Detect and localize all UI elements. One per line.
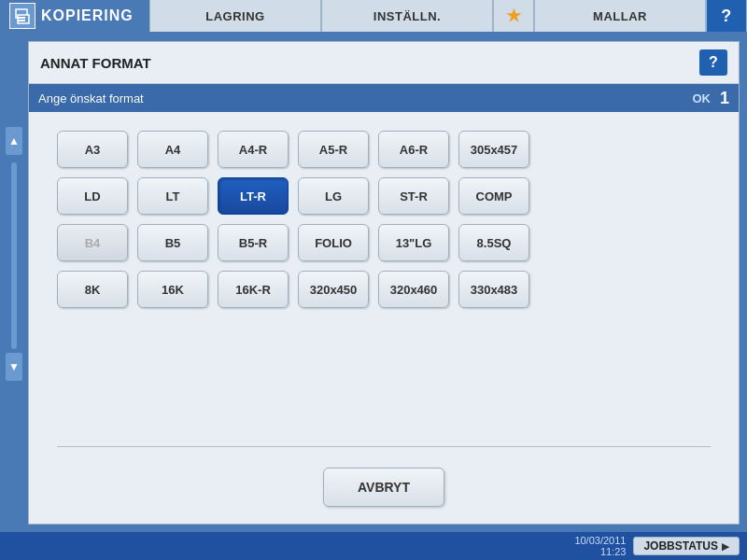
dialog-panel: ANNAT FORMAT ? Ange önskat format OK 1 A… [28, 41, 740, 525]
app-header: KOPIERING [0, 0, 149, 32]
btn-row-4: 8K 16K 16K-R 320x450 320x460 330x483 [57, 271, 711, 308]
jobbstatus-label: JOBBSTATUS [643, 539, 718, 553]
format-btn-lt[interactable]: LT [137, 177, 208, 215]
sidebar-arrow-down[interactable]: ▼ [6, 353, 22, 381]
bottom-action-area: AVBRYT [29, 455, 739, 524]
page-number: 1 [720, 89, 729, 108]
date-text: 10/03/2011 [574, 535, 626, 546]
btn-row-3: B4 B5 B5-R FOLIO 13"LG 8.5SQ [57, 224, 711, 261]
svg-rect-1 [18, 15, 29, 23]
format-btn-320x460[interactable]: 320x460 [378, 271, 449, 308]
svg-rect-2 [18, 17, 25, 19]
jobbstatus-button[interactable]: JOBBSTATUS ▶ [633, 537, 740, 555]
format-btn-b5r[interactable]: B5-R [218, 224, 289, 261]
format-btn-comp[interactable]: COMP [458, 177, 529, 215]
format-btn-a5r[interactable]: A5-R [298, 131, 369, 168]
format-btn-a3[interactable]: A3 [57, 131, 128, 168]
format-btn-lg[interactable]: LG [298, 177, 369, 215]
format-btn-ltr[interactable]: LT-R [218, 177, 289, 215]
format-btn-folio[interactable]: FOLIO [298, 224, 369, 261]
format-btn-ld[interactable]: LD [57, 177, 128, 215]
format-btn-330x483[interactable]: 330x483 [458, 271, 529, 308]
dialog-help-button[interactable]: ? [699, 49, 727, 76]
main-area: ▲ ▼ ANNAT FORMAT ? Ange önskat format OK… [0, 34, 747, 532]
format-btn-320x450[interactable]: 320x450 [298, 271, 369, 308]
format-btn-16k[interactable]: 16K [137, 271, 208, 308]
jobbstatus-arrow-icon: ▶ [722, 541, 729, 552]
format-btn-a6r[interactable]: A6-R [378, 131, 449, 168]
status-bar: Ange önskat format OK 1 [29, 84, 739, 112]
btn-row-2: LD LT LT-R LG ST-R COMP [57, 177, 711, 215]
format-button-area: A3 A4 A4-R A5-R A6-R 305x457 LD LT LT-R … [29, 112, 739, 439]
nav-tab-favorites[interactable]: ★ [493, 0, 534, 32]
app-icon [9, 3, 35, 29]
nav-tab-mallar[interactable]: MALLAR [534, 0, 706, 32]
nav-tabs: LAGRING INSTÄLLN. ★ MALLAR ? [149, 0, 747, 32]
format-btn-b4: B4 [57, 224, 128, 261]
star-icon: ★ [506, 6, 522, 26]
divider [57, 446, 711, 447]
format-btn-a4[interactable]: A4 [137, 131, 208, 168]
btn-row-1: A3 A4 A4-R A5-R A6-R 305x457 [57, 131, 711, 168]
time-text: 11:23 [574, 546, 626, 557]
sidebar-arrow-up[interactable]: ▲ [6, 127, 22, 155]
app-title: KOPIERING [41, 7, 134, 24]
svg-rect-3 [18, 20, 25, 21]
nav-tab-help[interactable]: ? [706, 0, 747, 32]
format-btn-85sq[interactable]: 8.5SQ [458, 224, 529, 261]
format-btn-305x457[interactable]: 305x457 [458, 131, 529, 168]
ok-label: OK [692, 91, 711, 105]
format-btn-16kr[interactable]: 16K-R [218, 271, 289, 308]
nav-tab-installning[interactable]: INSTÄLLN. [321, 0, 493, 32]
top-nav-bar: KOPIERING LAGRING INSTÄLLN. ★ MALLAR ? [0, 0, 747, 34]
bottom-bar: 10/03/2011 11:23 JOBBSTATUS ▶ [0, 532, 747, 560]
datetime-display: 10/03/2011 11:23 [574, 535, 626, 557]
format-btn-8k[interactable]: 8K [57, 271, 128, 308]
format-btn-13lg[interactable]: 13"LG [378, 224, 449, 261]
status-text: Ange önskat format [38, 91, 692, 105]
format-btn-a4r[interactable]: A4-R [218, 131, 289, 168]
cancel-button[interactable]: AVBRYT [323, 468, 444, 507]
dialog-title: ANNAT FORMAT [40, 55, 699, 71]
left-sidebar: ▲ ▼ [0, 34, 28, 532]
nav-tab-lagring[interactable]: LAGRING [149, 0, 321, 32]
format-btn-str[interactable]: ST-R [378, 177, 449, 215]
format-btn-b5[interactable]: B5 [137, 224, 208, 261]
dialog-header: ANNAT FORMAT ? [29, 42, 739, 84]
